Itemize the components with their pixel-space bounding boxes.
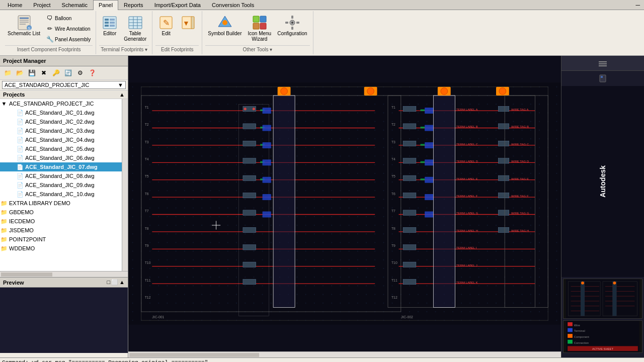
- minimize-btn[interactable]: ─: [635, 2, 640, 9]
- svg-rect-87: [263, 159, 271, 165]
- tree-item-f09[interactable]: 📄ACE_Standard_JIC_09.dwg: [0, 180, 122, 190]
- svg-rect-8: [105, 19, 109, 21]
- tab-panel[interactable]: Panel: [93, 0, 118, 10]
- tree-item-f01[interactable]: 📄ACE_Standard_JIC_01.dwg: [0, 108, 122, 117]
- help-btn[interactable]: ❓: [87, 67, 98, 78]
- drawing-canvas[interactable]: T1 T2 T3 T4 T5 T6 T7 T8 T9 T10 T11 T12: [128, 56, 561, 357]
- right-nav2[interactable]: [561, 71, 644, 86]
- horizontal-scrollbar-thumb[interactable]: [1, 273, 52, 277]
- svg-point-26: [222, 20, 227, 25]
- icon-menu-wizard-label: Icon MenuWizard: [248, 31, 271, 42]
- edit-dropdown-btn[interactable]: ▼: [178, 13, 199, 38]
- tree-item-gbdemo[interactable]: 📁GBDEMO: [0, 208, 122, 217]
- tree-scrollbar[interactable]: [122, 99, 128, 271]
- tree-item-wddemo[interactable]: 📁WDDEMO: [0, 244, 122, 253]
- tree-scroll-content: ▼ACE_STANDARD_PROJECT_JIC📄ACE_Standard_J…: [0, 99, 122, 271]
- panel-assembly-label: Panel Assembly: [55, 37, 91, 42]
- tree-item-p2p[interactable]: 📁POINT2POINT: [0, 235, 122, 244]
- svg-rect-78: [243, 280, 256, 285]
- autodesk-logo-area: Autodesk: [561, 86, 644, 277]
- svg-text:T1: T1: [391, 106, 395, 109]
- tree-item-extra[interactable]: 📁EXTRA LIBRARY DEMO: [0, 199, 122, 208]
- preview-btn1[interactable]: □: [107, 279, 110, 286]
- editor-label: Editor: [103, 31, 116, 36]
- canvas-area[interactable]: T1 T2 T3 T4 T5 T6 T7 T8 T9 T10 T11 T12: [128, 56, 561, 351]
- svg-rect-76: [243, 245, 256, 250]
- icon-menu-wizard-btn[interactable]: Icon MenuWizard: [245, 13, 274, 43]
- projects-expand-icon[interactable]: ▲: [119, 92, 125, 98]
- settings-btn[interactable]: ⚙: [74, 67, 86, 78]
- configuration-btn[interactable]: Configuration: [275, 13, 309, 43]
- edit-btn[interactable]: ✎ Edit: [155, 13, 177, 38]
- svg-point-67: [244, 108, 247, 110]
- tree-item-f04[interactable]: 📄ACE_Standard_JIC_04.dwg: [0, 135, 122, 144]
- tree-item-f06[interactable]: 📄ACE_Standard_JIC_06.dwg: [0, 153, 122, 162]
- tree-item-f07[interactable]: 📄ACE_Standard_JIC_07.dwg: [0, 162, 122, 171]
- tree-item-f10[interactable]: 📄ACE_Standard_JIC_10.dwg: [0, 190, 122, 199]
- tree-item-f03[interactable]: 📄ACE_Standard_JIC_03.dwg: [0, 126, 122, 135]
- svg-rect-159: [498, 124, 509, 129]
- balloon-label: Balloon: [55, 16, 71, 21]
- schematic-list-btn[interactable]: S Schematic List: [5, 13, 43, 44]
- svg-rect-3: [20, 22, 29, 23]
- table-generator-btn[interactable]: TableGenerator: [121, 13, 149, 43]
- tree-icon-folder: 📁: [0, 226, 8, 234]
- tree-item-f02[interactable]: 📄ACE_Standard_JIC_02.dwg: [0, 117, 122, 126]
- tree-item-f05[interactable]: 📄ACE_Standard_JIC_05.dwg: [0, 144, 122, 153]
- hscroll-thumb[interactable]: [129, 353, 259, 357]
- tab-conversion[interactable]: Conversion Tools: [206, 0, 260, 10]
- group-other-tools: Symbol Builder Icon MenuWizard: [202, 11, 313, 54]
- tree-label: ACE_Standard_JIC_03.dwg: [25, 128, 95, 134]
- project-selector[interactable]: ACE_STANDARD_PROJECT_JIC ▼: [0, 80, 128, 90]
- tree-label: JISDEMO: [9, 227, 34, 233]
- tree-item-root[interactable]: ▼ACE_STANDARD_PROJECT_JIC: [0, 99, 122, 108]
- wire-annotation-btn[interactable]: ✏ Wire Annotation: [44, 24, 93, 34]
- close-project-btn[interactable]: ✖: [38, 67, 49, 78]
- properties-btn[interactable]: 🔑: [50, 67, 61, 78]
- other-tools-buttons: Symbol Builder Icon MenuWizard: [205, 13, 309, 43]
- dropdown-arrow[interactable]: ▼: [118, 82, 123, 88]
- refresh-btn[interactable]: 🔄: [62, 67, 73, 78]
- svg-point-204: [581, 282, 584, 285]
- wire-annotation-icon: ✏: [46, 25, 54, 33]
- svg-text:ACTIVE SHEET: ACTIVE SHEET: [592, 347, 613, 350]
- svg-rect-125: [403, 175, 416, 180]
- tree-icon-file: 📄: [16, 154, 24, 162]
- svg-text:T4: T4: [145, 157, 149, 161]
- svg-rect-133: [421, 127, 425, 128]
- svg-text:WIRE TAG B: WIRE TAG B: [511, 126, 529, 129]
- right-nav1[interactable]: [561, 56, 644, 71]
- other-tools-group-label: Other Tools ▾: [205, 45, 309, 52]
- balloon-btn[interactable]: 🗨 Balloon: [44, 13, 93, 23]
- svg-text:WIRE TAG C: WIRE TAG C: [511, 143, 529, 146]
- tab-home[interactable]: Home: [2, 0, 28, 10]
- svg-rect-74: [243, 210, 256, 215]
- open-btn[interactable]: 📂: [14, 67, 25, 78]
- tab-schematic[interactable]: Schematic: [56, 0, 93, 10]
- svg-text:TERM LABEL H: TERM LABEL H: [456, 229, 478, 232]
- tree-item-f08[interactable]: 📄ACE_Standard_JIC_08.dwg: [0, 171, 122, 180]
- svg-text:T3: T3: [145, 140, 149, 144]
- mini-map[interactable]: [563, 279, 642, 319]
- svg-text:Connection: Connection: [574, 341, 589, 344]
- symbol-builder-btn[interactable]: Symbol Builder: [205, 13, 244, 43]
- save-btn[interactable]: 💾: [26, 67, 37, 78]
- tree-label: ACE_Standard_JIC_04.dwg: [25, 137, 95, 143]
- canvas-hscrollbar[interactable]: [128, 351, 561, 357]
- new-project-btn[interactable]: 📁: [2, 67, 13, 78]
- preview-collapse[interactable]: ▲: [119, 279, 125, 286]
- svg-rect-128: [403, 227, 416, 232]
- preview-btn2[interactable]: ⬜: [111, 279, 118, 286]
- svg-rect-185: [599, 65, 607, 66]
- svg-text:Terminal: Terminal: [574, 329, 585, 332]
- schematic-drawing[interactable]: T1 T2 T3 T4 T5 T6 T7 T8 T9 T10 T11 T12: [128, 56, 561, 351]
- editor-btn[interactable]: Editor: [99, 13, 120, 43]
- svg-rect-183: [599, 61, 607, 62]
- tab-reports[interactable]: Reports: [118, 0, 149, 10]
- tree-item-jisdemo[interactable]: 📁JISDEMO: [0, 226, 122, 235]
- tab-import-export[interactable]: Import/Export Data: [149, 0, 206, 10]
- tree-item-iecdemo[interactable]: 📁IECDEMO: [0, 217, 122, 226]
- tab-project[interactable]: Project: [28, 0, 56, 10]
- panel-assembly-btn[interactable]: 🔧 Panel Assembly: [44, 34, 93, 44]
- insert-group-label: Insert Component Footprints: [5, 45, 93, 52]
